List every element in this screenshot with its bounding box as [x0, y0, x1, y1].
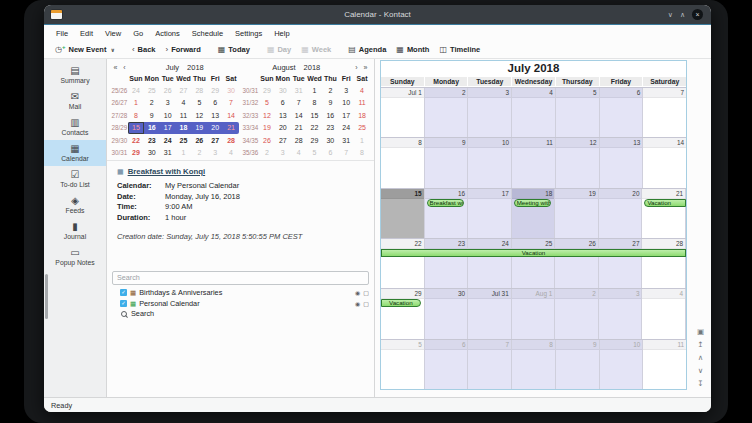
month-day-cell[interactable]: 2: [425, 88, 469, 137]
visibility-eye-icon[interactable]: ◉: [355, 289, 360, 296]
mini-day[interactable]: 30: [322, 134, 338, 147]
mini-day[interactable]: 1: [307, 84, 323, 97]
mini-day[interactable]: 23: [144, 134, 160, 147]
month-button[interactable]: ▦Month: [391, 45, 434, 54]
month-day-cell[interactable]: 2: [555, 289, 599, 338]
minimize-icon[interactable]: ∨: [668, 11, 673, 18]
mini-day[interactable]: 2: [144, 97, 160, 110]
mini-day[interactable]: 4: [176, 97, 192, 110]
menu-go[interactable]: Go: [127, 29, 149, 38]
mini-day[interactable]: 1: [176, 147, 192, 160]
mini-day[interactable]: 31: [160, 147, 176, 160]
timeline-button[interactable]: ◫Timeline: [434, 45, 485, 54]
mini-day[interactable]: 15: [307, 109, 323, 122]
menu-edit[interactable]: Edit: [74, 29, 99, 38]
mini-day[interactable]: 28: [191, 84, 207, 97]
mini-day[interactable]: 24: [160, 134, 176, 147]
mini-day[interactable]: 22: [128, 134, 144, 147]
month-day-cell[interactable]: 23: [425, 239, 469, 288]
mini-day[interactable]: 16: [322, 109, 338, 122]
scroll-up-icon[interactable]: ∧: [698, 354, 704, 361]
menu-view[interactable]: View: [99, 29, 127, 38]
maximize-icon[interactable]: ∧: [680, 11, 685, 18]
event-chip[interactable]: Vacation: [381, 299, 421, 307]
sidebar-item-calendar[interactable]: ▦Calendar: [44, 140, 106, 166]
month-day-cell[interactable]: 14: [643, 138, 686, 187]
month-day-cell[interactable]: 3: [599, 289, 643, 338]
mini-day[interactable]: 19: [191, 122, 207, 135]
mini-day[interactable]: 25: [176, 134, 192, 147]
mini-day[interactable]: 5: [191, 97, 207, 110]
mini-day[interactable]: 29: [207, 84, 223, 97]
menu-schedule[interactable]: Schedule: [186, 29, 229, 38]
mini-day[interactable]: 17: [338, 109, 354, 122]
scroll-top-icon[interactable]: ↥: [697, 341, 703, 348]
mini-day[interactable]: 6: [207, 97, 223, 110]
month-day-cell[interactable]: 4: [512, 88, 556, 137]
mini-day[interactable]: 11: [354, 97, 370, 110]
mini-day[interactable]: 18: [354, 109, 370, 122]
month-day-cell[interactable]: 11: [512, 138, 556, 187]
mini-day[interactable]: 29: [128, 147, 144, 160]
details-box-icon[interactable]: ▢: [363, 300, 369, 307]
calendar-list-item[interactable]: Search: [111, 309, 370, 320]
sidebar-item-feeds[interactable]: ◈Feeds: [44, 192, 106, 218]
mini-day[interactable]: 18: [176, 122, 192, 135]
month-day-cell[interactable]: 18: [512, 189, 556, 238]
sidebar-item-mail[interactable]: ✉Mail: [44, 88, 106, 114]
year-button[interactable]: 2018: [304, 63, 321, 72]
mini-day[interactable]: 14: [291, 109, 307, 122]
mini-day[interactable]: 3: [338, 84, 354, 97]
mini-day[interactable]: 10: [338, 97, 354, 110]
mini-day[interactable]: 13: [275, 109, 291, 122]
year-button[interactable]: 2018: [187, 63, 204, 72]
agenda-button[interactable]: ▤Agenda: [343, 45, 391, 54]
maximize-view-icon[interactable]: ▣: [697, 328, 704, 335]
mini-day[interactable]: 26: [160, 84, 176, 97]
month-day-cell[interactable]: 8: [512, 340, 556, 389]
titlebar[interactable]: Calendar - Kontact ∨∧×: [44, 5, 711, 25]
today-button[interactable]: ▦Today: [213, 45, 255, 54]
menu-actions[interactable]: Actions: [149, 29, 186, 38]
month-day-cell[interactable]: Jul 1: [381, 88, 425, 137]
mini-day[interactable]: 21: [223, 122, 239, 135]
month-day-cell[interactable]: 7: [468, 340, 512, 389]
mini-day[interactable]: 28: [223, 134, 239, 147]
month-day-cell[interactable]: 10: [600, 340, 644, 389]
mini-day[interactable]: 4: [223, 147, 239, 160]
details-box-icon[interactable]: ▢: [363, 289, 369, 296]
mini-day[interactable]: 9: [144, 109, 160, 122]
month-day-cell[interactable]: 16: [425, 189, 469, 238]
month-day-cell[interactable]: 12: [556, 138, 600, 187]
mini-day[interactable]: 16: [144, 122, 160, 135]
month-day-cell[interactable]: 13: [600, 138, 644, 187]
search-input[interactable]: [112, 271, 369, 285]
mini-day[interactable]: 7: [223, 97, 239, 110]
new-event-button[interactable]: ◷+New Event∨: [50, 45, 120, 54]
month-day-cell[interactable]: 6: [600, 88, 644, 137]
menu-settings[interactable]: Settings: [229, 29, 268, 38]
month-day-cell[interactable]: 3: [468, 88, 512, 137]
month-day-cell[interactable]: 9: [425, 138, 469, 187]
event-title[interactable]: Breakfast with Konqi: [128, 167, 206, 176]
month-day-cell[interactable]: 30: [425, 289, 469, 338]
mini-day[interactable]: 5: [259, 97, 275, 110]
mini-day[interactable]: 23: [322, 122, 338, 135]
month-day-cell[interactable]: 6: [425, 340, 469, 389]
mini-day[interactable]: 8: [307, 97, 323, 110]
mini-day[interactable]: 29: [259, 84, 275, 97]
month-day-cell[interactable]: 29: [381, 289, 425, 338]
mini-day[interactable]: 25: [144, 84, 160, 97]
month-day-cell[interactable]: 27: [599, 239, 643, 288]
mini-day[interactable]: 27: [275, 134, 291, 147]
calendar-list-item[interactable]: ✓▦Personal Calendar◉▢: [111, 298, 370, 309]
month-day-cell[interactable]: 22: [381, 239, 425, 288]
next-year-icon[interactable]: »: [361, 64, 370, 71]
forward-button[interactable]: ›Forward: [161, 45, 206, 54]
checkbox-checked-icon[interactable]: ✓: [120, 300, 127, 307]
checkbox-checked-icon[interactable]: ✓: [120, 289, 127, 296]
calendar-list-item[interactable]: ✓▦Birthdays & Anniversaries◉▢: [111, 288, 370, 299]
month-day-cell[interactable]: 20: [599, 189, 643, 238]
close-icon[interactable]: ×: [692, 9, 703, 20]
month-day-cell[interactable]: 25: [512, 239, 556, 288]
